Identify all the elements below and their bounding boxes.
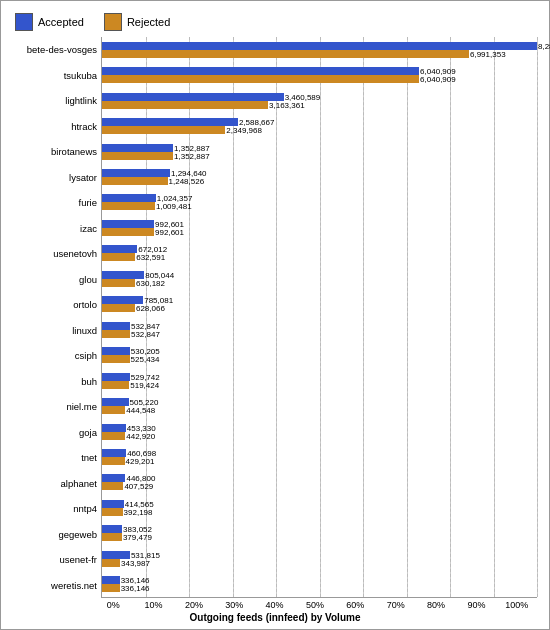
bar-rejected: 392,198 [102, 508, 123, 516]
bar-rejected: 630,182 [102, 279, 135, 287]
bar-accepted: 336,146 [102, 576, 120, 584]
y-label: alphanet [13, 471, 101, 497]
y-label: tnet [13, 445, 101, 471]
bar-accepted: 672,012 [102, 245, 137, 253]
bar-row: 6,040,9096,040,909 [102, 62, 537, 87]
bar-accepted: 530,205 [102, 347, 130, 355]
chart-container: Accepted Rejected bete-des-vosgestsukuba… [0, 0, 550, 630]
x-label: 60% [335, 600, 375, 610]
rejected-value: 630,182 [136, 278, 165, 287]
bar-row: 531,815343,987 [102, 546, 537, 571]
bar-rejected: 336,146 [102, 584, 120, 592]
y-label: furie [13, 190, 101, 216]
bar-accepted: 383,052 [102, 525, 122, 533]
y-label: htrack [13, 114, 101, 140]
y-label: bete-des-vosges [13, 37, 101, 63]
bar-rejected: 343,987 [102, 559, 120, 567]
bar-rejected: 3,163,361 [102, 101, 268, 109]
bar-accepted: 460,698 [102, 449, 126, 457]
bar-row: 532,847532,847 [102, 317, 537, 342]
legend-accepted: Accepted [15, 13, 84, 31]
rejected-value: 2,349,968 [226, 126, 262, 135]
accepted-value: 8,286,642 [538, 41, 550, 50]
rejected-value: 444,548 [126, 406, 155, 415]
bar-row: 1,294,6401,248,526 [102, 164, 537, 189]
bar-rejected: 1,352,887 [102, 152, 173, 160]
y-label: nntp4 [13, 496, 101, 522]
x-label: 80% [416, 600, 456, 610]
grid-line [537, 37, 538, 597]
bar-row: 805,044630,182 [102, 266, 537, 291]
y-axis-labels: bete-des-vosgestsukubalightlinkhtrackbir… [13, 37, 101, 598]
bar-row: 8,286,6426,991,353 [102, 37, 537, 62]
rejected-value: 628,066 [136, 304, 165, 313]
y-label: usenet-fr [13, 547, 101, 573]
y-label: tsukuba [13, 63, 101, 89]
x-label: 40% [254, 600, 294, 610]
bar-accepted: 2,588,667 [102, 118, 238, 126]
rejected-value: 429,201 [126, 456, 155, 465]
bar-accepted: 453,330 [102, 424, 126, 432]
y-label: lightlink [13, 88, 101, 114]
bar-accepted: 532,847 [102, 322, 130, 330]
rejected-icon [104, 13, 122, 31]
bar-row: 453,330442,920 [102, 419, 537, 444]
accepted-label: Accepted [38, 16, 84, 28]
y-label: csiph [13, 343, 101, 369]
bar-rejected: 532,847 [102, 330, 130, 338]
bar-row: 383,052379,479 [102, 521, 537, 546]
rejected-value: 6,040,909 [420, 75, 456, 84]
bar-row: 1,024,3571,009,481 [102, 190, 537, 215]
x-label: 50% [295, 600, 335, 610]
legend-rejected: Rejected [104, 13, 170, 31]
bar-rejected: 1,009,481 [102, 202, 155, 210]
rejected-value: 1,248,526 [169, 176, 205, 185]
rejected-value: 336,146 [121, 584, 150, 593]
bar-row: 460,698429,201 [102, 444, 537, 469]
x-axis-labels: 0%10%20%30%40%50%60%70%80%90%100% [5, 598, 545, 610]
x-label: 100% [497, 600, 537, 610]
accepted-icon [15, 13, 33, 31]
y-label: birotanews [13, 139, 101, 165]
y-label: gegeweb [13, 522, 101, 548]
bar-rejected: 442,920 [102, 432, 125, 440]
rejected-value: 1,009,481 [156, 202, 192, 211]
y-label: linuxd [13, 318, 101, 344]
bar-row: 530,205525,434 [102, 342, 537, 367]
bar-accepted: 446,800 [102, 474, 125, 482]
bar-rejected: 992,601 [102, 228, 154, 236]
y-label: usenetovh [13, 241, 101, 267]
rejected-value: 3,163,361 [269, 100, 305, 109]
bar-accepted: 1,024,357 [102, 194, 156, 202]
bars-area: 8,286,6426,991,3536,040,9096,040,9093,46… [101, 37, 537, 598]
bar-row: 2,588,6672,349,968 [102, 113, 537, 138]
y-label: buh [13, 369, 101, 395]
bar-rejected: 444,548 [102, 406, 125, 414]
y-label: ortolo [13, 292, 101, 318]
bar-row: 336,146336,146 [102, 572, 537, 597]
bar-rejected: 429,201 [102, 457, 125, 465]
rejected-value: 525,434 [131, 355, 160, 364]
y-label: izac [13, 216, 101, 242]
bar-accepted: 529,742 [102, 373, 130, 381]
x-label: 90% [456, 600, 496, 610]
bar-row: 3,460,5893,163,361 [102, 88, 537, 113]
bar-accepted: 992,601 [102, 220, 154, 228]
x-axis-title: Outgoing feeds (innfeed) by Volume [5, 610, 545, 625]
bar-accepted: 1,294,640 [102, 169, 170, 177]
y-label: glou [13, 267, 101, 293]
rejected-value: 407,529 [124, 482, 153, 491]
rejected-value: 632,591 [136, 253, 165, 262]
y-label: goja [13, 420, 101, 446]
bar-accepted: 414,565 [102, 500, 124, 508]
bar-rejected: 1,248,526 [102, 177, 168, 185]
bar-row: 529,742519,424 [102, 368, 537, 393]
x-label: 30% [214, 600, 254, 610]
legend: Accepted Rejected [5, 9, 545, 37]
bar-accepted: 505,220 [102, 398, 129, 406]
x-label: 0% [93, 600, 133, 610]
x-label: 70% [376, 600, 416, 610]
bar-accepted: 1,352,887 [102, 144, 173, 152]
bar-rejected: 407,529 [102, 482, 123, 490]
bar-rejected: 6,040,909 [102, 75, 419, 83]
